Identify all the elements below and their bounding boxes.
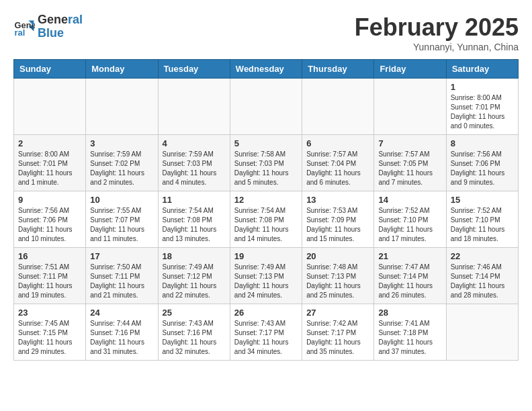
- day-number: 23: [18, 308, 81, 318]
- day-info: Sunrise: 7:57 AM Sunset: 7:04 PM Dayligh…: [306, 150, 369, 187]
- weekday-header-sunday: Sunday: [14, 60, 86, 79]
- day-info: Sunrise: 7:48 AM Sunset: 7:13 PM Dayligh…: [306, 263, 369, 300]
- calendar-cell: 18Sunrise: 7:49 AM Sunset: 7:12 PM Dayli…: [158, 248, 230, 304]
- calendar-cell: 5Sunrise: 7:58 AM Sunset: 7:03 PM Daylig…: [230, 135, 302, 191]
- logo-text: GeneralBlue: [38, 13, 83, 40]
- day-number: 4: [163, 138, 226, 148]
- calendar-cell: 8Sunrise: 7:56 AM Sunset: 7:06 PM Daylig…: [446, 135, 518, 191]
- day-info: Sunrise: 8:00 AM Sunset: 7:01 PM Dayligh…: [451, 93, 514, 131]
- day-number: 15: [451, 195, 514, 205]
- day-number: 7: [378, 138, 441, 148]
- day-number: 20: [306, 251, 369, 261]
- logo-icon: Gene ral: [13, 16, 35, 38]
- day-info: Sunrise: 7:43 AM Sunset: 7:16 PM Dayligh…: [163, 319, 226, 357]
- day-info: Sunrise: 7:52 AM Sunset: 7:10 PM Dayligh…: [451, 206, 514, 244]
- day-info: Sunrise: 7:53 AM Sunset: 7:09 PM Dayligh…: [306, 206, 369, 244]
- svg-text:ral: ral: [15, 28, 26, 38]
- day-info: Sunrise: 7:59 AM Sunset: 7:03 PM Dayligh…: [163, 150, 226, 187]
- calendar-cell: [374, 79, 446, 135]
- day-info: Sunrise: 7:49 AM Sunset: 7:13 PM Dayligh…: [234, 263, 298, 300]
- day-number: 21: [378, 251, 441, 261]
- calendar-cell: 24Sunrise: 7:44 AM Sunset: 7:16 PM Dayli…: [86, 304, 158, 361]
- day-info: Sunrise: 7:41 AM Sunset: 7:18 PM Dayligh…: [378, 319, 441, 357]
- weekday-header-row: SundayMondayTuesdayWednesdayThursdayFrid…: [14, 60, 519, 79]
- day-info: Sunrise: 7:52 AM Sunset: 7:10 PM Dayligh…: [378, 206, 441, 244]
- weekday-header-saturday: Saturday: [446, 60, 518, 79]
- calendar-cell: 15Sunrise: 7:52 AM Sunset: 7:10 PM Dayli…: [446, 191, 518, 248]
- day-info: Sunrise: 7:51 AM Sunset: 7:11 PM Dayligh…: [18, 263, 81, 300]
- calendar-cell: 22Sunrise: 7:46 AM Sunset: 7:14 PM Dayli…: [446, 248, 518, 304]
- calendar-cell: 19Sunrise: 7:49 AM Sunset: 7:13 PM Dayli…: [230, 248, 302, 304]
- calendar-cell: 10Sunrise: 7:55 AM Sunset: 7:07 PM Dayli…: [86, 191, 158, 248]
- day-info: Sunrise: 7:50 AM Sunset: 7:11 PM Dayligh…: [90, 263, 153, 300]
- day-info: Sunrise: 7:56 AM Sunset: 7:06 PM Dayligh…: [18, 206, 81, 244]
- day-info: Sunrise: 7:42 AM Sunset: 7:17 PM Dayligh…: [306, 319, 369, 357]
- calendar-cell: 26Sunrise: 7:43 AM Sunset: 7:17 PM Dayli…: [230, 304, 302, 361]
- day-number: 12: [234, 195, 298, 205]
- calendar-cell: [14, 79, 86, 135]
- day-info: Sunrise: 7:44 AM Sunset: 7:16 PM Dayligh…: [90, 319, 153, 357]
- day-number: 9: [18, 195, 81, 205]
- day-number: 19: [234, 251, 298, 261]
- calendar-cell: 7Sunrise: 7:57 AM Sunset: 7:05 PM Daylig…: [374, 135, 446, 191]
- week-row-5: 23Sunrise: 7:45 AM Sunset: 7:15 PM Dayli…: [14, 304, 519, 361]
- calendar-cell: 2Sunrise: 8:00 AM Sunset: 7:01 PM Daylig…: [14, 135, 86, 191]
- day-number: 2: [18, 138, 81, 148]
- day-info: Sunrise: 7:57 AM Sunset: 7:05 PM Dayligh…: [378, 150, 441, 187]
- day-info: Sunrise: 8:00 AM Sunset: 7:01 PM Dayligh…: [18, 150, 81, 187]
- logo: Gene ral GeneralBlue: [13, 13, 83, 40]
- day-number: 16: [18, 251, 81, 261]
- weekday-header-wednesday: Wednesday: [230, 60, 302, 79]
- weekday-header-monday: Monday: [86, 60, 158, 79]
- day-number: 1: [451, 82, 514, 92]
- week-row-3: 9Sunrise: 7:56 AM Sunset: 7:06 PM Daylig…: [14, 191, 519, 248]
- day-number: 17: [90, 251, 153, 261]
- day-info: Sunrise: 7:45 AM Sunset: 7:15 PM Dayligh…: [18, 319, 81, 357]
- day-info: Sunrise: 7:54 AM Sunset: 7:08 PM Dayligh…: [163, 206, 226, 244]
- calendar-cell: 6Sunrise: 7:57 AM Sunset: 7:04 PM Daylig…: [302, 135, 374, 191]
- day-info: Sunrise: 7:49 AM Sunset: 7:12 PM Dayligh…: [163, 263, 226, 300]
- calendar-cell: 9Sunrise: 7:56 AM Sunset: 7:06 PM Daylig…: [14, 191, 86, 248]
- calendar-cell: 3Sunrise: 7:59 AM Sunset: 7:02 PM Daylig…: [86, 135, 158, 191]
- day-info: Sunrise: 7:47 AM Sunset: 7:14 PM Dayligh…: [378, 263, 441, 300]
- day-info: Sunrise: 7:58 AM Sunset: 7:03 PM Dayligh…: [234, 150, 298, 187]
- day-number: 6: [306, 138, 369, 148]
- calendar-subtitle: Yunnanyi, Yunnan, China: [355, 42, 519, 52]
- weekday-header-tuesday: Tuesday: [158, 60, 230, 79]
- weekday-header-friday: Friday: [374, 60, 446, 79]
- calendar-cell: 28Sunrise: 7:41 AM Sunset: 7:18 PM Dayli…: [374, 304, 446, 361]
- calendar-cell: [158, 79, 230, 135]
- calendar-cell: 16Sunrise: 7:51 AM Sunset: 7:11 PM Dayli…: [14, 248, 86, 304]
- day-number: 13: [306, 195, 369, 205]
- calendar-cell: [230, 79, 302, 135]
- calendar-cell: 27Sunrise: 7:42 AM Sunset: 7:17 PM Dayli…: [302, 304, 374, 361]
- day-info: Sunrise: 7:55 AM Sunset: 7:07 PM Dayligh…: [90, 206, 153, 244]
- calendar-cell: 13Sunrise: 7:53 AM Sunset: 7:09 PM Dayli…: [302, 191, 374, 248]
- day-info: Sunrise: 7:56 AM Sunset: 7:06 PM Dayligh…: [451, 150, 514, 187]
- calendar-cell: 21Sunrise: 7:47 AM Sunset: 7:14 PM Dayli…: [374, 248, 446, 304]
- calendar-cell: [446, 304, 518, 361]
- calendar-cell: 14Sunrise: 7:52 AM Sunset: 7:10 PM Dayli…: [374, 191, 446, 248]
- day-number: 11: [163, 195, 226, 205]
- day-number: 14: [378, 195, 441, 205]
- day-number: 26: [234, 308, 298, 318]
- week-row-1: 1Sunrise: 8:00 AM Sunset: 7:01 PM Daylig…: [14, 79, 519, 135]
- title-section: February 2025 Yunnanyi, Yunnan, China: [355, 13, 519, 52]
- calendar-cell: 17Sunrise: 7:50 AM Sunset: 7:11 PM Dayli…: [86, 248, 158, 304]
- day-number: 18: [163, 251, 226, 261]
- day-info: Sunrise: 7:54 AM Sunset: 7:08 PM Dayligh…: [234, 206, 298, 244]
- week-row-2: 2Sunrise: 8:00 AM Sunset: 7:01 PM Daylig…: [14, 135, 519, 191]
- calendar-cell: 1Sunrise: 8:00 AM Sunset: 7:01 PM Daylig…: [446, 79, 518, 135]
- weekday-header-thursday: Thursday: [302, 60, 374, 79]
- calendar-cell: 20Sunrise: 7:48 AM Sunset: 7:13 PM Dayli…: [302, 248, 374, 304]
- day-info: Sunrise: 7:59 AM Sunset: 7:02 PM Dayligh…: [90, 150, 153, 187]
- day-number: 25: [163, 308, 226, 318]
- calendar-cell: [302, 79, 374, 135]
- day-number: 27: [306, 308, 369, 318]
- calendar-title: February 2025: [355, 13, 519, 42]
- calendar-cell: 12Sunrise: 7:54 AM Sunset: 7:08 PM Dayli…: [230, 191, 302, 248]
- calendar-cell: [86, 79, 158, 135]
- day-number: 28: [378, 308, 441, 318]
- day-number: 24: [90, 308, 153, 318]
- day-number: 10: [90, 195, 153, 205]
